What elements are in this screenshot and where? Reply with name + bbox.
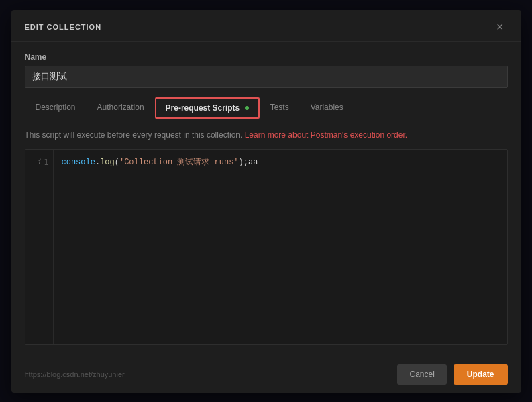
update-button[interactable]: Update: [454, 364, 508, 385]
close-button[interactable]: ×: [492, 19, 508, 34]
info-bar: This script will execute before every re…: [25, 129, 508, 141]
execution-order-link[interactable]: Learn more about Postman's execution ord…: [245, 130, 407, 140]
url-note: https://blog.csdn.net/zhuyunier: [25, 370, 391, 379]
name-label: Name: [25, 52, 508, 62]
code-editor[interactable]: i 1 console.log('Collection 测试请求 runs');…: [25, 149, 508, 345]
tab-bar: Description Authorization Pre-request Sc…: [25, 97, 508, 119]
tab-description[interactable]: Description: [25, 97, 87, 119]
modal-title: EDIT COLLECTION: [25, 23, 102, 31]
active-tab-dot: [245, 106, 249, 110]
modal-footer: https://blog.csdn.net/zhuyunier Cancel U…: [11, 356, 521, 393]
code-line-1: console.log('Collection 测试请求 runs');aa: [62, 156, 499, 169]
line-gutter: i 1: [25, 150, 54, 344]
gutter-row-1: i 1: [37, 156, 49, 169]
code-content[interactable]: console.log('Collection 测试请求 runs');aa: [54, 150, 507, 344]
tab-variables[interactable]: Variables: [300, 97, 354, 119]
modal-overlay: EDIT COLLECTION × Name Description Autho…: [0, 0, 532, 402]
cancel-button[interactable]: Cancel: [397, 364, 446, 385]
edit-collection-modal: EDIT COLLECTION × Name Description Autho…: [11, 10, 521, 393]
tab-pre-request-scripts[interactable]: Pre-request Scripts: [155, 97, 260, 119]
collection-name-input[interactable]: [25, 66, 508, 88]
tab-tests[interactable]: Tests: [260, 97, 300, 119]
modal-header: EDIT COLLECTION ×: [11, 10, 521, 42]
modal-body: Name Description Authorization Pre-reque…: [11, 42, 521, 356]
tab-authorization[interactable]: Authorization: [87, 97, 155, 119]
